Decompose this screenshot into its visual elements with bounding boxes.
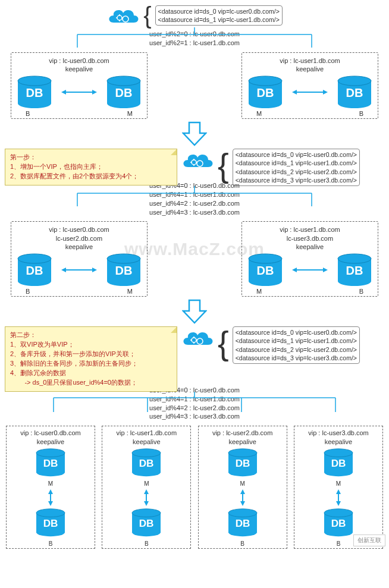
db-cluster: vip : lc-user0.db.com keepalive B M [11, 52, 148, 120]
sync-arrow-icon [237, 489, 248, 506]
vip-label: lc-user3.db.com [247, 234, 373, 243]
cloud-icon [181, 149, 214, 171]
db-cluster: vip : lc-user2.db.com keepalive M B [198, 426, 287, 549]
db-icon [34, 448, 67, 477]
sync-arrow-icon [45, 489, 56, 506]
db-cluster: vip : lc-user3.db.com keepalive M B [294, 426, 383, 549]
sync-arrow-icon [284, 265, 336, 275]
cloud-icon [181, 326, 214, 349]
brace-icon: { [143, 4, 151, 27]
corner-logo: 创新互联 [353, 534, 385, 546]
keepalive-label: keepalive [9, 438, 92, 446]
rule: user_id%4=3 : lc-user3.db.com [0, 208, 389, 217]
datasource-line: <datasource id=ds_2 vip=lc-user2.db.com/… [236, 345, 357, 354]
role-label: B [26, 110, 30, 117]
sync-arrow-icon [333, 489, 344, 506]
vip-label: vip : lc-user0.db.com [16, 56, 142, 65]
vip-label: lc-user2.db.com [16, 234, 142, 243]
role-label: M [256, 110, 262, 117]
stage3-clusters: vip : lc-user0.db.com keepalive M B vip … [0, 426, 389, 549]
datasource-list: <datasource id=ds_0 vip=lc-user0.db.com/… [155, 5, 283, 26]
vip-label: vip : lc-user1.db.com [105, 429, 188, 437]
db-icon [16, 253, 53, 287]
keepalive-label: keepalive [247, 243, 373, 251]
keepalive-label: keepalive [201, 438, 284, 446]
db-icon [336, 253, 373, 287]
datasource-line: <datasource id=ds_1 vip=lc-user1.db.com/… [236, 337, 357, 345]
brace-icon: { [218, 326, 229, 360]
note-line: 2、备库升级，并和第一步添加的VIP关联； [10, 350, 172, 359]
db-icon [247, 253, 284, 287]
role-label: B [359, 288, 363, 295]
db-icon [247, 76, 284, 109]
role-label: M [144, 480, 149, 487]
db-icon [105, 76, 142, 109]
brace-icon: { [218, 149, 229, 182]
db-cluster: vip : lc-user1.db.com keepalive M B [241, 52, 378, 120]
note-line: -> ds_0里只保留user_id%4=0的数据； [10, 378, 172, 388]
db-cluster: vip : lc-user1.db.com keepalive M B [102, 426, 191, 549]
datasource-line: <datasource id=ds_0 vip=lc-user0.db.com/… [236, 150, 357, 159]
db-icon [336, 76, 373, 109]
keepalive-label: keepalive [105, 438, 188, 446]
db-cluster: vip : lc-user0.db.com keepalive M B [6, 426, 95, 549]
datasource-line: <datasource id=ds_3 vip=lc-user3.db.com/… [236, 176, 357, 184]
connector [0, 186, 389, 206]
db-icon [34, 508, 67, 537]
cloud-icon [106, 4, 140, 27]
step-note: 第一步： 1、增加一个VIP，也指向主库； 2、数据库配置文件，由2个数据源变为… [5, 149, 177, 185]
role-label: B [337, 540, 341, 547]
keepalive-label: keepalive [16, 243, 142, 251]
db-icon [105, 253, 142, 287]
db-icon [16, 76, 53, 109]
keepalive-label: keepalive [247, 65, 373, 73]
db-icon [130, 448, 162, 477]
vip-label: vip : lc-user3.db.com [297, 429, 380, 437]
vip-label: vip : lc-user0.db.com [16, 225, 142, 234]
role-label: B [145, 540, 149, 547]
role-label: B [359, 110, 363, 117]
datasource-line: <datasource id=ds_0 vip=lc-user0.db.com/… [236, 328, 357, 337]
datasource-list: <datasource id=ds_0 vip=lc-user0.db.com/… [233, 149, 360, 186]
vip-label: vip : lc-user1.db.com [247, 225, 373, 234]
rule: user_id%4=3 : lc-user3.db.com [0, 412, 389, 421]
vip-label: vip : lc-user0.db.com [9, 429, 92, 437]
role-label: M [127, 288, 133, 295]
datasource-line: <datasource id=ds_1 vip=lc-user1.db.com/… [158, 15, 280, 24]
sync-arrow-icon [53, 87, 105, 98]
sync-arrow-icon [284, 87, 336, 98]
keepalive-label: keepalive [16, 65, 142, 73]
note-line: 2、数据库配置文件，由2个数据源变为4个； [10, 172, 172, 181]
db-icon [130, 508, 162, 537]
step-note: 第二步： 1、双VIP改为单VIP； 2、备库升级，并和第一步添加的VIP关联；… [5, 326, 177, 392]
vip-label: vip : lc-user2.db.com [201, 429, 284, 437]
role-label: B [26, 288, 30, 295]
role-label: B [49, 540, 53, 547]
role-label: M [240, 480, 244, 487]
role-label: M [48, 480, 53, 487]
datasource-line: <datasource id=ds_2 vip=lc-user2.db.com/… [236, 168, 357, 176]
flow-arrow-icon [0, 121, 389, 146]
db-cluster: vip : lc-user1.db.com lc-user3.db.com ke… [241, 221, 378, 297]
db-icon [322, 508, 355, 537]
role-label: M [336, 480, 341, 487]
role-label: B [240, 540, 244, 547]
step2-row: 第二步： 1、双VIP改为单VIP； 2、备库升级，并和第一步添加的VIP关联；… [0, 326, 389, 392]
db-cluster: vip : lc-user0.db.com lc-user2.db.com ke… [11, 221, 148, 297]
note-line: 3、解除旧的主备同步，添加新的主备同步； [10, 359, 172, 369]
role-label: M [127, 110, 133, 117]
db-icon [322, 448, 355, 477]
sync-arrow-icon [53, 265, 105, 275]
sync-arrow-icon [141, 489, 152, 506]
db-icon [227, 448, 259, 477]
stage1-clusters: vip : lc-user0.db.com keepalive B M vip … [0, 52, 389, 120]
note-title: 第一步： [10, 153, 172, 162]
step1-row: 第一步： 1、增加一个VIP，也指向主库； 2、数据库配置文件，由2个数据源变为… [0, 149, 389, 186]
datasource-list: <datasource id=ds_0 vip=lc-user0.db.com/… [233, 326, 360, 364]
stage1-config: { <datasource id=ds_0 vip=lc-user0.db.co… [0, 4, 389, 27]
connector [0, 27, 389, 48]
datasource-line: <datasource id=ds_0 vip=lc-user0.db.com/… [158, 7, 280, 15]
datasource-line: <datasource id=ds_3 vip=lc-user3.db.com/… [236, 354, 357, 362]
note-title: 第二步： [10, 331, 172, 340]
note-line: 1、增加一个VIP，也指向主库； [10, 162, 172, 172]
